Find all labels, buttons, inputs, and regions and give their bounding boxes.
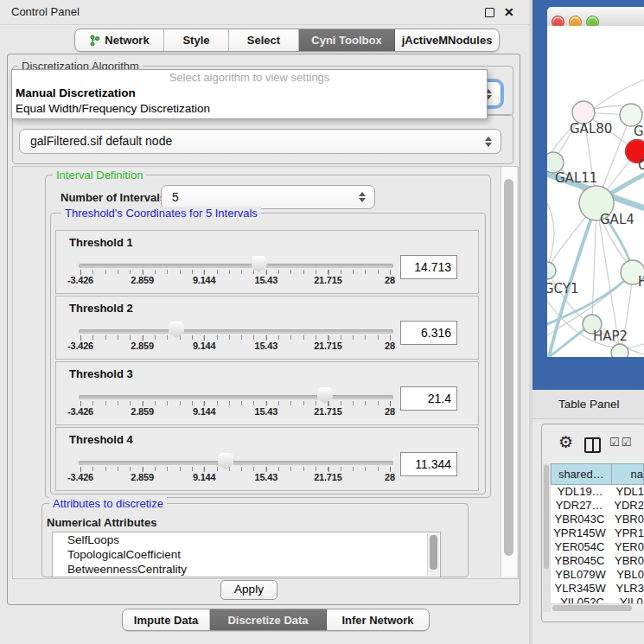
tab-cyni-toolbox[interactable]: Cyni Toolbox: [299, 29, 395, 51]
slider-ticks: [80, 335, 391, 340]
threshold-3-panel: Threshold 3 -3.426 2.859 9.144 15.43 21.…: [55, 361, 479, 425]
slider-tick-labels: -3.426 2.859 9.144 15.43 21.715 28: [80, 341, 390, 352]
list-item[interactable]: BetweennessCentrality: [53, 562, 440, 577]
threshold-3-slider-track[interactable]: [79, 395, 393, 399]
tick-label: -3.426: [67, 275, 93, 285]
tick-label: 21.715: [314, 275, 341, 285]
tab-label: Impute Data: [134, 614, 198, 627]
tab-label: Select: [247, 34, 280, 47]
tick-label: 28: [385, 275, 395, 285]
table-row[interactable]: YDL19…YDL1: [551, 485, 644, 499]
slider-ticks: [80, 270, 391, 274]
list-item[interactable]: SelfLoops: [53, 532, 440, 547]
tab-network[interactable]: Network: [75, 29, 164, 51]
network-window-titlebar[interactable]: [547, 7, 644, 27]
list-scrollbar[interactable]: [427, 533, 439, 576]
cyni-bottom-tabs: Impute Data Discretize Data Infer Networ…: [122, 609, 430, 631]
table-data-value: galFiltered.sif default node: [30, 130, 172, 152]
node-gcy1[interactable]: [547, 262, 556, 279]
split-columns-icon[interactable]: [584, 437, 601, 453]
network-icon: [89, 35, 100, 46]
close-icon[interactable]: ✕: [504, 4, 514, 20]
tick-label: 15.43: [255, 472, 278, 482]
tick-label: 21.715: [314, 341, 341, 351]
stepper-icon: [359, 192, 366, 202]
scrollbar-thumb[interactable]: [552, 605, 632, 611]
threshold-3-value-field[interactable]: 21.4: [400, 386, 457, 411]
threshold-4-slider-track[interactable]: [79, 461, 393, 465]
node-bottom-cut[interactable]: [611, 344, 628, 357]
stepper-icon: [485, 137, 492, 147]
column-header-name[interactable]: na: [612, 463, 644, 485]
table-panel-title: Table Panel: [558, 391, 620, 418]
screen: Control Panel ✕ Network Style Select Cyn…: [0, 0, 644, 644]
tick-label: 28: [385, 472, 395, 482]
thresholds-group-title: Threshold's Coordinates for 5 Intervals: [61, 207, 261, 220]
tick-label: 2.859: [131, 275, 154, 285]
tick-label: -3.426: [67, 341, 93, 351]
node-label: GCY1: [547, 281, 579, 296]
node-label: GAL80: [570, 121, 612, 137]
slider-ticks: [80, 401, 391, 405]
apply-button[interactable]: Apply: [220, 580, 277, 600]
tick-label: 2.859: [131, 341, 154, 351]
numerical-attributes-label: Numerical Attributes: [47, 516, 156, 529]
tab-infer-network[interactable]: Infer Network: [327, 609, 429, 630]
table-horizontal-scrollbar[interactable]: [551, 603, 644, 613]
tick-label: 9.144: [193, 341, 216, 351]
tab-label: Discretize Data: [227, 614, 308, 627]
tick-label: 28: [385, 406, 395, 417]
tab-select[interactable]: Select: [229, 29, 299, 51]
dropdown-prompt: Select algorithm to view settings: [12, 70, 487, 86]
tab-label: Style: [182, 34, 209, 47]
table-row[interactable]: YPR145WYPR1: [551, 526, 644, 540]
table-header-row: shared… na: [551, 463, 644, 485]
table-panel-titlebar: Table Panel: [532, 391, 644, 419]
gear-icon[interactable]: ⚙: [558, 433, 573, 452]
threshold-1-panel: Threshold 1 -3.426 2.859 9.144 15.43 21.…: [55, 230, 479, 294]
tab-style[interactable]: Style: [164, 29, 229, 51]
node-label: GAL4: [600, 212, 634, 227]
tab-impute-data[interactable]: Impute Data: [123, 609, 210, 630]
table-row[interactable]: YBR043CYBR0: [551, 513, 644, 526]
tab-label: Network: [105, 34, 149, 47]
scrollbar-thumb[interactable]: [504, 179, 513, 556]
list-item[interactable]: TopologicalCoefficient: [53, 547, 440, 562]
float-window-icon[interactable]: [485, 8, 494, 17]
table-row[interactable]: YER054CYER0: [551, 540, 644, 554]
threshold-1-slider-track[interactable]: [79, 264, 393, 268]
table-row[interactable]: YBR045CYBR0: [551, 554, 644, 568]
tick-label: 2.859: [131, 406, 154, 417]
tick-label: 15.43: [255, 406, 278, 417]
threshold-2-slider-track[interactable]: [79, 329, 393, 334]
numerical-attributes-list[interactable]: SelfLoops TopologicalCoefficient Between…: [52, 532, 441, 577]
dropdown-option-equal-width-frequency[interactable]: Equal Width/Frequency Discretization: [12, 101, 487, 117]
threshold-2-value-field[interactable]: 6.316: [400, 321, 457, 345]
algorithm-dropdown-popup: Select algorithm to view settings Manual…: [11, 69, 488, 119]
tick-label: 9.144: [193, 275, 216, 285]
scrollbar-thumb[interactable]: [544, 465, 549, 569]
column-header-shared-name[interactable]: shared…: [551, 463, 612, 485]
node-attribute-table[interactable]: shared… na YDL19…YDL1 YDR27…YDR2 YBR043C…: [551, 463, 644, 612]
table-row[interactable]: YBL079WYBL0: [551, 568, 644, 582]
number-of-intervals-combobox[interactable]: 5: [161, 185, 375, 209]
attributes-group-title: Attributes to discretize: [49, 497, 167, 510]
table-row[interactable]: YLR345WYLR3: [551, 582, 644, 596]
tab-jactivemnodules[interactable]: jActiveMNodules: [395, 29, 499, 51]
dropdown-option-manual-discretization[interactable]: Manual Discretization: [12, 86, 487, 101]
network-view-canvas[interactable]: GAL80 GA C GAL11 GAL4 GCY1 H HAP2: [547, 26, 644, 357]
tick-label: -3.426: [67, 406, 93, 417]
node-label: HAP2: [593, 328, 628, 344]
checkbox-icons[interactable]: ☑☑: [609, 436, 633, 449]
scrollbar-thumb[interactable]: [430, 535, 437, 570]
threshold-4-value-field[interactable]: 11.344: [400, 452, 457, 476]
tick-label: 28: [385, 341, 395, 351]
tick-label: 15.43: [255, 341, 278, 351]
threshold-1-value-field[interactable]: 14.713: [400, 255, 457, 279]
vertical-scrollbar[interactable]: [501, 167, 517, 577]
tab-discretize-data[interactable]: Discretize Data: [210, 609, 327, 630]
table-data-combobox[interactable]: galFiltered.sif default node: [19, 129, 501, 154]
node-label: GAL11: [555, 170, 597, 186]
threshold-1-label: Threshold 1: [69, 236, 133, 249]
table-row[interactable]: YDR27…YDR2: [551, 499, 644, 513]
